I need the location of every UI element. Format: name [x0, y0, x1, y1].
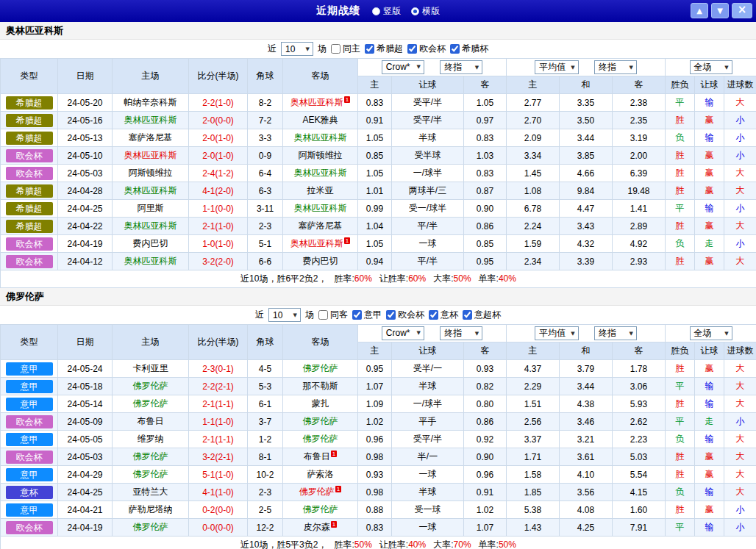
same-venue-checkbox[interactable]: 同主	[331, 43, 360, 55]
away-team[interactable]: 奥林匹亚科斯1	[283, 235, 358, 253]
match-score[interactable]: 2-1(1-1)	[189, 395, 248, 413]
scroll-down-button[interactable]: ▼	[711, 3, 729, 18]
match-score[interactable]: 1-1(0-0)	[189, 200, 248, 218]
away-team[interactable]: 奥林匹亚科斯1	[283, 94, 358, 112]
match-score[interactable]: 2-0(1-0)	[189, 147, 248, 165]
scope-select[interactable]: 全场▼	[690, 326, 732, 340]
away-team[interactable]: 蒙扎	[283, 395, 358, 413]
home-team[interactable]: 佛罗伦萨	[113, 378, 189, 395]
checkbox-input[interactable]	[365, 44, 374, 54]
away-team[interactable]: 佛罗伦萨	[283, 413, 358, 431]
final-index-select-2[interactable]: 终指▼	[594, 60, 637, 74]
checkbox-input[interactable]	[386, 310, 396, 320]
away-team[interactable]: 那不勒斯	[283, 378, 358, 395]
away-team[interactable]: 奥林匹亚科斯	[283, 165, 358, 182]
away-team[interactable]: 佛罗伦萨	[283, 501, 358, 519]
home-team[interactable]: 佛罗伦萨	[113, 395, 189, 413]
match-score[interactable]: 2-1(1-1)	[189, 431, 248, 448]
match-score[interactable]: 2-4(1-2)	[189, 165, 248, 182]
home-team[interactable]: 维罗纳	[113, 431, 189, 448]
match-score[interactable]: 0-2(0-0)	[189, 501, 248, 519]
away-team[interactable]: 塞萨洛尼基	[283, 218, 358, 235]
away-team[interactable]: 拉米亚	[283, 182, 358, 200]
home-team[interactable]: 佛罗伦萨	[113, 466, 189, 484]
league-filter-checkbox[interactable]: 意超杯	[463, 309, 501, 321]
checkbox-input[interactable]	[407, 44, 417, 54]
match-count-select[interactable]: 10 ▼	[268, 308, 301, 322]
league-filter-checkbox[interactable]: 欧会杯	[407, 43, 446, 55]
average-select[interactable]: 平均值▼	[535, 326, 578, 340]
final-index-select-2[interactable]: 终指▼	[594, 326, 637, 340]
checkbox-input[interactable]	[318, 310, 328, 320]
radio-vertical-layout[interactable]: 竖版	[372, 5, 401, 18]
home-team[interactable]: 卡利亚里	[113, 360, 189, 378]
away-team[interactable]: 皮尔森1	[283, 519, 358, 537]
away-team[interactable]: 阿斯顿维拉	[283, 147, 358, 165]
avg-draw: 4.66	[560, 165, 613, 182]
goals-flag: 小	[724, 112, 756, 129]
home-team[interactable]: 帕纳辛奈科斯	[113, 94, 189, 112]
match-score[interactable]: 5-1(1-0)	[189, 466, 248, 484]
odds-source-select[interactable]: Crow*▼	[382, 60, 424, 74]
match-score[interactable]: 3-2(2-1)	[189, 448, 248, 466]
checkbox-input[interactable]	[331, 44, 340, 54]
away-team[interactable]: 奥林匹亚科斯	[283, 129, 358, 147]
checkbox-input[interactable]	[352, 310, 362, 320]
match-score[interactable]: 4-1(2-0)	[189, 182, 248, 200]
away-team[interactable]: 佛罗伦萨	[283, 360, 358, 378]
same-venue-checkbox[interactable]: 同客	[318, 309, 348, 321]
match-date: 24-05-24	[58, 360, 113, 378]
match-score[interactable]: 3-2(2-0)	[189, 253, 248, 270]
league-filter-checkbox[interactable]: 意杯	[429, 309, 458, 321]
match-score[interactable]: 2-1(1-0)	[189, 218, 248, 235]
away-team[interactable]: 奥林匹亚科斯	[283, 200, 358, 218]
match-score[interactable]: 2-3(0-1)	[189, 360, 248, 378]
away-team[interactable]: 布鲁日1	[283, 448, 358, 466]
home-team[interactable]: 佛罗伦萨	[113, 448, 189, 466]
home-team[interactable]: 佛罗伦萨	[113, 519, 189, 537]
home-team[interactable]: 阿里斯	[113, 200, 189, 218]
match-score[interactable]: 2-2(1-0)	[189, 94, 248, 112]
away-team[interactable]: 佛罗伦萨1	[283, 484, 358, 501]
average-select[interactable]: 平均值▼	[535, 60, 578, 74]
away-team[interactable]: 佛罗伦萨	[283, 431, 358, 448]
close-button[interactable]: ×	[732, 3, 752, 18]
home-team[interactable]: 奥林匹亚科斯	[113, 253, 189, 270]
league-filter-checkbox[interactable]: 希腊超	[365, 43, 403, 55]
away-team[interactable]: 萨索洛	[283, 466, 358, 484]
home-team[interactable]: 奥林匹亚科斯	[113, 182, 189, 200]
away-team[interactable]: AEK雅典	[283, 112, 358, 129]
match-score[interactable]: 2-2(2-1)	[189, 378, 248, 395]
final-index-select[interactable]: 终指▼	[440, 60, 482, 74]
checkbox-input[interactable]	[429, 310, 438, 320]
final-index-select[interactable]: 终指▼	[440, 326, 482, 340]
league-filter-checkbox[interactable]: 欧会杯	[386, 309, 424, 321]
home-team[interactable]: 奥林匹亚科斯	[113, 112, 189, 129]
radio-horizontal-layout[interactable]: 横版	[411, 5, 440, 18]
match-count-select[interactable]: 10 ▼	[281, 42, 313, 56]
scope-select[interactable]: 全场▼	[690, 60, 732, 74]
league-filter-checkbox[interactable]: 意甲	[352, 309, 382, 321]
match-score[interactable]: 1-0(1-0)	[189, 235, 248, 253]
match-score[interactable]: 4-1(1-0)	[189, 484, 248, 501]
checkbox-input[interactable]	[450, 44, 460, 54]
odds-source-select[interactable]: Crow*▼	[382, 326, 424, 340]
home-team[interactable]: 萨勒尼塔纳	[113, 501, 189, 519]
home-team[interactable]: 亚特兰大	[113, 484, 189, 501]
match-score[interactable]: 2-0(0-0)	[189, 112, 248, 129]
match-score[interactable]: 0-0(0-0)	[189, 519, 248, 537]
scroll-up-button[interactable]: ▲	[691, 3, 708, 18]
match-score[interactable]: 1-1(1-0)	[189, 413, 248, 431]
match-score[interactable]: 2-0(1-0)	[189, 129, 248, 147]
checkbox-input[interactable]	[463, 310, 472, 320]
odds-home: 0.95	[358, 360, 392, 378]
home-team[interactable]: 奥林匹亚科斯	[113, 147, 189, 165]
home-team[interactable]: 布鲁日	[113, 413, 189, 431]
away-team[interactable]: 费内巴切	[283, 253, 358, 270]
home-team[interactable]: 阿斯顿维拉	[113, 165, 189, 182]
home-team[interactable]: 奥林匹亚科斯	[113, 218, 189, 235]
home-team[interactable]: 费内巴切	[113, 235, 189, 253]
home-team[interactable]: 塞萨洛尼基	[113, 129, 189, 147]
col-header-goals: 进球数	[724, 76, 756, 94]
league-filter-checkbox[interactable]: 希腊杯	[450, 43, 488, 55]
